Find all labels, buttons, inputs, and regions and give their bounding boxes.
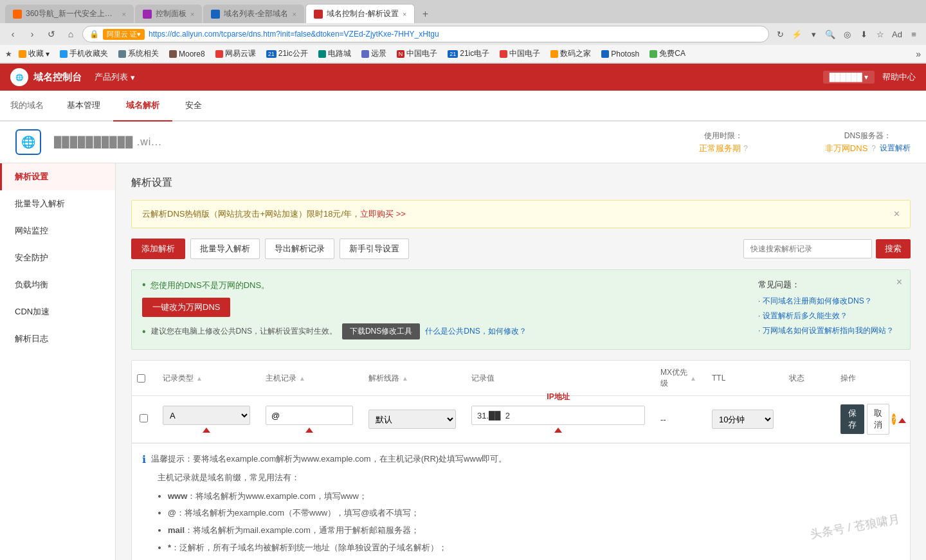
line-select[interactable]: 默认 联通 电信 移动: [368, 410, 456, 429]
dropdown-icon[interactable]: ▾: [806, 27, 821, 41]
ip-label: IP地址: [547, 392, 569, 402]
app-logo: 🌐 域名控制台: [10, 68, 82, 86]
save-record-button[interactable]: 保存: [840, 404, 864, 434]
search-input[interactable]: [743, 239, 872, 258]
ttl-select[interactable]: 10分钟 20分钟 1小时: [712, 410, 774, 429]
sidebar-item-batch-import[interactable]: 批量导入解析: [0, 190, 115, 217]
sort-line-icon: ▲: [402, 375, 408, 382]
help-center-link[interactable]: 帮助中心: [882, 71, 916, 83]
bookmark-icon[interactable]: ☆: [873, 27, 887, 41]
batch-import-button[interactable]: 批量导入解析: [190, 239, 260, 259]
sub-nav-security[interactable]: 安全: [172, 91, 215, 122]
bookmark-photoshop[interactable]: Photosh: [597, 48, 643, 60]
refresh-button[interactable]: ↺: [44, 26, 59, 42]
bookmark-more-button[interactable]: »: [916, 49, 921, 59]
add-parse-button[interactable]: 添加解析: [131, 239, 185, 259]
sub-nav-basic[interactable]: 基本管理: [54, 91, 113, 122]
sidebar-item-load-balance[interactable]: 负载均衡: [0, 271, 115, 298]
th-host-record-label: 主机记录: [266, 373, 296, 384]
search-icon[interactable]: 🔍: [823, 27, 837, 41]
dns-records-table: 记录类型 ▲ 主机记录 ▲ 解析线路 ▲ 记录值 MX优先级 ▲: [131, 360, 911, 560]
public-dns-faq-link[interactable]: 什么是公共DNS，如何修改？: [425, 326, 526, 337]
bookmark-netease[interactable]: 网易云课: [212, 47, 260, 60]
dns-note-text: 建议您在电脑上修改公共DNS，让解析设置实时生效。: [151, 326, 337, 337]
cancel-record-button[interactable]: 取消: [867, 404, 889, 435]
faq-link-1[interactable]: 不同域名注册商如何修改DNS？: [758, 296, 900, 307]
faq-link-2[interactable]: 设置解析后多久能生效？: [758, 311, 900, 321]
bookmark-21ic2[interactable]: 21 21ic电子: [444, 47, 493, 60]
bookmark-label: 中国电子: [509, 48, 540, 59]
host-record-input[interactable]: [266, 406, 353, 425]
promo-close-button[interactable]: ×: [894, 208, 900, 220]
setup-dns-link[interactable]: 设置解析: [880, 143, 911, 154]
lightning-icon[interactable]: ⚡: [790, 27, 804, 41]
tab-bar: 360导航_新一代安全上网导航 × 控制面板 × 域名列表-全部域名 × 域名控…: [0, 0, 926, 23]
bookmark-digital[interactable]: 数码之家: [547, 47, 595, 60]
bookmark-cn-ele2[interactable]: 中国电子: [496, 47, 544, 60]
bookmark-star-icon[interactable]: ★: [5, 50, 12, 59]
ad-block-icon[interactable]: Ad: [890, 27, 904, 41]
bookmark-yuanjing[interactable]: 远景: [358, 47, 390, 60]
tab-close-2[interactable]: ×: [190, 10, 194, 18]
address-text: https://dc.aliyun.com/tcparse/dns.htm?in…: [149, 30, 762, 39]
export-button[interactable]: 导出解析记录: [265, 239, 334, 259]
tab-close-3[interactable]: ×: [292, 10, 296, 18]
tab-close-1[interactable]: ×: [122, 10, 126, 18]
th-record-type[interactable]: 记录类型 ▲: [155, 361, 258, 395]
refresh-tool-icon[interactable]: ↻: [773, 27, 787, 41]
tab-4[interactable]: 域名控制台-解析设置 ×: [305, 4, 415, 23]
download-icon[interactable]: ⬇: [857, 27, 871, 41]
tab-1[interactable]: 360导航_新一代安全上网导航 ×: [5, 5, 134, 23]
record-type-select[interactable]: A CNAME MX TXT AAAA NS: [163, 406, 250, 425]
th-line[interactable]: 解析线路 ▲: [361, 361, 464, 395]
tab-favicon-3: [211, 10, 220, 19]
bookmark-shuocang[interactable]: 收藏▾: [15, 47, 53, 60]
product-nav-arrow: ▾: [131, 73, 135, 82]
th-record-value-label: 记录值: [471, 373, 495, 384]
bookmark-ca[interactable]: 免费CA: [646, 47, 689, 60]
address-bar[interactable]: 🔒 阿里云 证▾ https://dc.aliyun.com/tcparse/d…: [82, 26, 769, 42]
bookmark-circuit[interactable]: 电路城: [314, 47, 355, 60]
promo-link[interactable]: 立即购买 >>: [360, 209, 406, 219]
dns-help-icon[interactable]: ?: [871, 144, 876, 153]
bookmark-phone[interactable]: 手机收藏夹: [56, 47, 112, 60]
status-help-icon[interactable]: ?: [743, 144, 748, 153]
user-info[interactable]: ██████ ▾: [823, 71, 875, 84]
forward-button[interactable]: ›: [24, 26, 40, 42]
tab-3[interactable]: 域名列表-全部域名 ×: [203, 5, 304, 23]
one-click-wanwang-button[interactable]: 一键改为万网DNS: [142, 298, 230, 317]
select-all-checkbox[interactable]: [137, 374, 145, 383]
home-button[interactable]: ⌂: [63, 26, 78, 42]
th-mx[interactable]: MX优先级 ▲: [653, 361, 704, 395]
tab-2[interactable]: 控制面板 ×: [135, 5, 202, 23]
download-dns-tool-button[interactable]: 下载DNS修改工具: [342, 323, 420, 339]
sidebar-item-log[interactable]: 解析日志: [0, 325, 115, 352]
row-checkbox[interactable]: [140, 414, 148, 422]
bookmark-21ic[interactable]: 21 21ic公开: [262, 47, 312, 60]
form-record-value-cell: IP地址: [464, 403, 653, 435]
sidebar-item-security[interactable]: 安全防护: [0, 244, 115, 271]
sidebar-item-cdn[interactable]: CDN加速: [0, 298, 115, 325]
new-tab-button[interactable]: +: [416, 5, 434, 23]
sub-nav-dns[interactable]: 域名解析: [113, 91, 172, 122]
sidebar-item-parse-settings[interactable]: 解析设置: [0, 163, 115, 190]
user-icon[interactable]: ◎: [840, 27, 854, 41]
tab-close-4[interactable]: ×: [403, 10, 406, 18]
logo-icon: 🌐: [10, 68, 28, 86]
bookmark-cn-ele[interactable]: N 中国电子: [393, 47, 442, 60]
record-value-input[interactable]: [471, 406, 645, 425]
menu-icon[interactable]: ≡: [907, 27, 921, 41]
faq-link-3[interactable]: 万网域名如何设置解析指向我的网站？: [758, 325, 900, 336]
guide-button[interactable]: 新手引导设置: [340, 239, 409, 259]
record-help-icon-button[interactable]: ?: [892, 413, 896, 425]
back-button[interactable]: ‹: [5, 26, 21, 42]
sidebar-item-site-monitor[interactable]: 网站监控: [0, 217, 115, 244]
th-host-record[interactable]: 主机记录 ▲: [258, 361, 361, 395]
bookmark-sys[interactable]: 系统相关: [114, 47, 163, 60]
bookmark-moore[interactable]: Moore8: [165, 48, 209, 60]
dns-warning-text: • 您使用的DNS不是万网的DNS。: [142, 279, 745, 291]
product-nav[interactable]: 产品列表 ▾: [95, 71, 135, 83]
dns-warning-close-button[interactable]: ×: [896, 276, 902, 288]
sidebar: 解析设置 批量导入解析 网站监控 安全防护 负载均衡 CDN加速 解析日志: [0, 163, 116, 560]
search-button[interactable]: 搜索: [876, 239, 911, 258]
